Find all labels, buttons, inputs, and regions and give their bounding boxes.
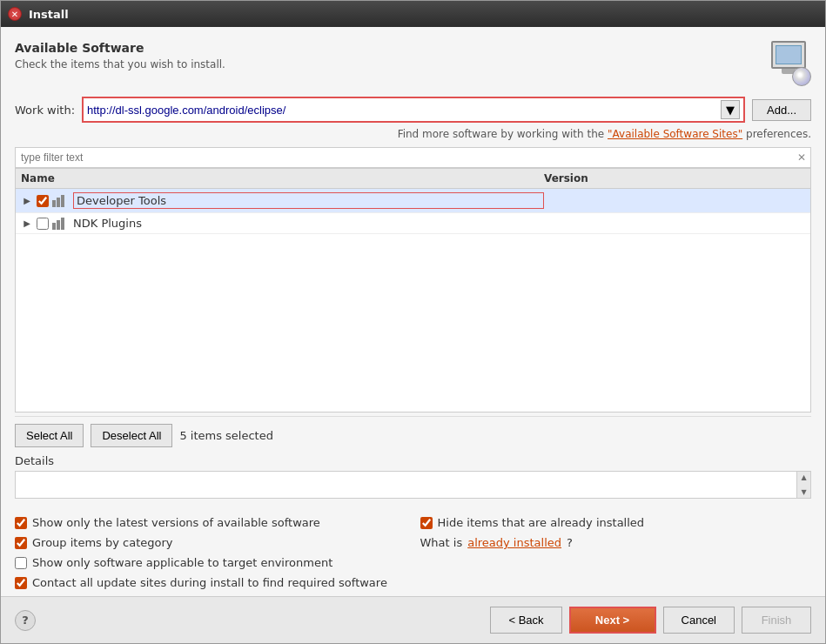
scroll-down-icon[interactable]: ▼ [801, 488, 806, 496]
option-row: Show only the latest versions of availab… [15, 516, 406, 529]
already-installed-suffix: ? [567, 536, 573, 549]
select-all-button[interactable]: Select All [15, 424, 84, 447]
option-row: Group items by category [15, 536, 406, 549]
options-right-column: Hide items that are already installed Wh… [420, 516, 812, 589]
filter-clear-icon[interactable]: ✕ [793, 149, 810, 166]
section-subtitle: Check the items that you wish to install… [15, 58, 225, 70]
monitor-icon [771, 41, 806, 69]
option-checkbox-hide-installed[interactable] [420, 517, 433, 529]
option-label-contact-update-sites: Contact all update sites during install … [32, 576, 387, 589]
expand-icon[interactable]: ▶ [21, 195, 33, 207]
window-title: Install [29, 8, 69, 21]
main-content: Available Software Check the items that … [1, 27, 825, 596]
items-selected-label: 5 items selected [179, 429, 273, 442]
finish-button[interactable]: Finish [742, 607, 811, 634]
details-label: Details [15, 454, 811, 467]
available-software-sites-link[interactable]: "Available Software Sites" [608, 128, 742, 140]
next-button[interactable]: Next > [569, 607, 656, 634]
software-sites-suffix: preferences. [746, 128, 811, 140]
column-name-header: Name [21, 172, 544, 184]
option-row-already-installed: What is already installed ? [420, 536, 812, 549]
expand-icon[interactable]: ▶ [21, 218, 33, 230]
software-sites-message: Find more software by working with the "… [15, 128, 811, 140]
filter-input[interactable] [16, 148, 793, 167]
option-row: Hide items that are already installed [420, 516, 812, 529]
row-name: Developer Tools [73, 192, 544, 209]
options-left-column: Show only the latest versions of availab… [15, 516, 406, 589]
row-name: NDK Plugins [73, 217, 544, 230]
selection-buttons-row: Select All Deselect All 5 items selected [15, 416, 811, 454]
option-checkbox-applicable[interactable] [15, 557, 27, 569]
monitor-screen [776, 45, 802, 64]
header-section: Available Software Check the items that … [15, 41, 811, 86]
option-checkbox-group-by-category[interactable] [15, 537, 27, 549]
row-checkbox[interactable] [37, 195, 49, 207]
work-with-label: Work with: [15, 104, 75, 117]
close-button[interactable]: ✕ [8, 7, 22, 21]
work-with-dropdown-button[interactable]: ▼ [721, 100, 740, 119]
column-version-header: Version [544, 172, 805, 184]
table-header: Name Version [16, 169, 810, 189]
footer-buttons: < Back Next > Cancel Finish [490, 607, 811, 634]
details-content [16, 472, 796, 498]
option-checkbox-latest-versions[interactable] [15, 517, 27, 529]
header-text: Available Software Check the items that … [15, 41, 225, 70]
option-label-latest-versions: Show only the latest versions of availab… [32, 516, 320, 529]
details-scrollbar[interactable]: ▲ ▼ [796, 472, 810, 498]
filter-row: ✕ [15, 147, 811, 168]
already-installed-link[interactable]: already installed [467, 536, 561, 549]
already-installed-prefix: What is [420, 536, 463, 549]
cancel-button[interactable]: Cancel [663, 607, 735, 634]
software-sites-prefix: Find more software by working with the [398, 128, 608, 140]
install-window: ✕ Install Available Software Check the i… [0, 0, 826, 644]
deselect-all-button[interactable]: Deselect All [91, 424, 172, 447]
work-with-input-wrap: ▼ [82, 97, 745, 123]
details-box: ▲ ▼ [15, 471, 811, 499]
footer: ? < Back Next > Cancel Finish [1, 596, 825, 643]
options-section: Show only the latest versions of availab… [15, 506, 811, 596]
package-icon [52, 218, 70, 230]
software-table: Name Version ▶ Developer Tools ▶ [15, 168, 811, 413]
option-row: Contact all update sites during install … [15, 576, 406, 589]
package-icon [52, 195, 70, 207]
section-title: Available Software [15, 41, 225, 55]
table-row[interactable]: ▶ NDK Plugins [16, 213, 810, 234]
option-row: Show only software applicable to target … [15, 556, 406, 569]
back-button[interactable]: < Back [490, 607, 561, 634]
add-button[interactable]: Add... [752, 99, 811, 121]
option-label-hide-installed: Hide items that are already installed [438, 516, 645, 529]
header-icon [766, 41, 811, 86]
option-checkbox-contact-update-sites[interactable] [15, 577, 27, 589]
row-checkbox[interactable] [37, 218, 49, 230]
table-row[interactable]: ▶ Developer Tools [16, 189, 810, 213]
option-label-group-by-category: Group items by category [32, 536, 173, 549]
details-section: Details ▲ ▼ [15, 454, 811, 499]
work-with-row: Work with: ▼ Add... [15, 97, 811, 123]
title-bar: ✕ Install [1, 1, 825, 27]
cd-icon [792, 67, 811, 86]
help-button[interactable]: ? [15, 610, 36, 631]
work-with-input[interactable] [87, 104, 717, 117]
scroll-up-icon[interactable]: ▲ [801, 473, 806, 481]
option-label-applicable: Show only software applicable to target … [32, 556, 332, 569]
